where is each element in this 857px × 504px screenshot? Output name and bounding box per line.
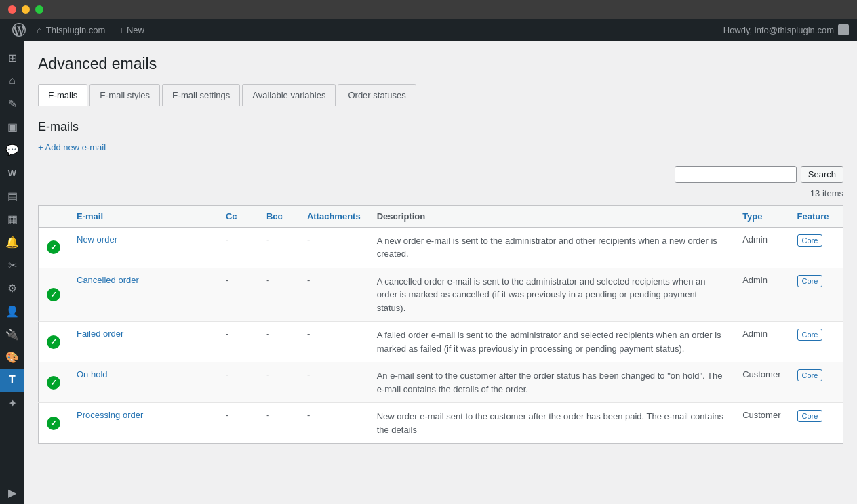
sidebar-item-collapse[interactable]: ▶ — [0, 481, 24, 504]
bcc-cell: - — [258, 227, 299, 268]
email-name-cell[interactable]: Failed order — [68, 322, 218, 362]
close-button[interactable] — [8, 5, 16, 14]
sidebar-item-woocommerce[interactable]: W — [0, 161, 24, 184]
sidebar-item-dashboard[interactable]: ⌂ — [0, 69, 24, 92]
type-cell: Admin — [734, 322, 789, 362]
sidebar-item-appearance[interactable]: 🎨 — [0, 345, 24, 369]
dashboard-icon: ⌂ — [9, 75, 16, 87]
settings-icon: ⚙ — [7, 282, 17, 295]
table-row: Cancelled order---A cancelled order e-ma… — [39, 268, 843, 322]
admin-bar-right: Howdy, info@thisplugin.com — [723, 24, 849, 35]
core-badge: Core — [797, 275, 823, 287]
description-cell: A new order e-mail is sent to the admini… — [369, 227, 735, 268]
table-row: Failed order---A failed order e-mail is … — [39, 322, 843, 362]
email-name-link[interactable]: Processing order — [77, 410, 143, 420]
email-name-link[interactable]: Failed order — [77, 329, 123, 339]
col-attachments[interactable]: Attachments — [299, 205, 369, 227]
feature-cell: Core — [789, 403, 843, 444]
sidebar-item-notifications[interactable]: 🔔 — [0, 230, 24, 253]
status-cell — [39, 362, 69, 403]
attachments-cell: - — [299, 403, 369, 444]
col-description: Description — [369, 205, 735, 227]
col-bcc[interactable]: Bcc — [258, 205, 299, 227]
email-name-cell[interactable]: New order — [68, 227, 218, 268]
attachments-cell: - — [299, 322, 369, 362]
wp-logo[interactable] — [8, 19, 30, 41]
extra-icon: ✦ — [8, 397, 17, 410]
sidebar: ⊞ ⌂ ✎ ▣ 💬 W ▤ ▦ 🔔 ✂ ⚙ 👤 🔌 🎨 T ✦ ▶ — [0, 41, 24, 504]
core-badge: Core — [797, 234, 823, 247]
search-bar: Search — [38, 166, 843, 183]
cc-cell: - — [218, 362, 258, 403]
wp-icon: ⊞ — [8, 51, 17, 64]
sidebar-item-users[interactable]: 👤 — [0, 299, 24, 322]
email-name-link[interactable]: Cancelled order — [77, 275, 139, 285]
status-active-icon — [47, 417, 60, 430]
status-cell — [39, 227, 69, 268]
tab-order-statuses[interactable]: Order statuses — [338, 84, 416, 106]
sidebar-item-advanced-emails[interactable]: T — [0, 369, 24, 392]
admin-bar: ⌂ Thisplugin.com + New Howdy, info@thisp… — [0, 19, 857, 41]
sidebar-item-analytics[interactable]: ▦ — [0, 207, 24, 230]
status-cell — [39, 268, 69, 322]
col-email[interactable]: E-mail — [68, 205, 218, 227]
attachments-cell: - — [299, 227, 369, 268]
site-name[interactable]: ⌂ Thisplugin.com — [30, 25, 112, 35]
items-count: 13 items — [38, 188, 843, 198]
add-new-email-link[interactable]: + Add new e-mail — [38, 142, 106, 152]
comments-icon: 💬 — [5, 144, 19, 156]
new-content[interactable]: + New — [112, 25, 151, 35]
sidebar-item-wp[interactable]: ⊞ — [0, 46, 24, 69]
sidebar-item-tools[interactable]: ✂ — [0, 253, 24, 276]
table-row: New order---A new order e-mail is sent t… — [39, 227, 843, 268]
window-chrome — [0, 0, 857, 19]
email-name-cell[interactable]: Cancelled order — [68, 268, 218, 322]
description-cell: A failed order e-mail is sent to the adm… — [369, 322, 735, 362]
core-badge: Core — [797, 329, 823, 341]
col-feature[interactable]: Feature — [789, 205, 843, 227]
status-active-icon — [47, 376, 60, 390]
tab-available-variables[interactable]: Available variables — [242, 84, 336, 106]
sidebar-item-posts[interactable]: ✎ — [0, 92, 24, 115]
appearance-icon: 🎨 — [5, 351, 19, 364]
email-name-link[interactable]: On hold — [77, 369, 108, 379]
search-button[interactable]: Search — [801, 166, 843, 183]
tab-email-settings[interactable]: E-mail settings — [162, 84, 240, 106]
sidebar-item-comments[interactable]: 💬 — [0, 138, 24, 161]
bcc-cell: - — [258, 403, 299, 444]
tab-emails[interactable]: E-mails — [38, 84, 87, 106]
sidebar-item-pages[interactable]: ▤ — [0, 184, 24, 207]
type-cell: Admin — [734, 268, 789, 322]
bcc-cell: - — [258, 322, 299, 362]
col-type[interactable]: Type — [734, 205, 789, 227]
bcc-cell: - — [258, 362, 299, 403]
users-icon: 👤 — [5, 305, 19, 318]
feature-cell: Core — [789, 362, 843, 403]
maximize-button[interactable] — [35, 5, 43, 14]
description-cell: An e-mail sent to the customer after the… — [369, 362, 735, 403]
col-cc[interactable]: Cc — [218, 205, 258, 227]
email-name-cell[interactable]: Processing order — [68, 403, 218, 444]
sidebar-item-extra[interactable]: ✦ — [0, 392, 24, 415]
status-active-icon — [47, 240, 60, 254]
sidebar-item-media[interactable]: ▣ — [0, 115, 24, 138]
cc-cell: - — [218, 268, 258, 322]
core-badge: Core — [797, 369, 823, 381]
email-name-link[interactable]: New order — [77, 234, 117, 245]
advanced-emails-icon: T — [9, 374, 16, 386]
feature-cell: Core — [789, 268, 843, 322]
avatar — [838, 24, 849, 35]
status-active-icon — [47, 335, 60, 349]
sidebar-item-plugins[interactable]: 🔌 — [0, 322, 24, 345]
email-name-cell[interactable]: On hold — [68, 362, 218, 403]
col-status — [39, 205, 69, 227]
posts-icon: ✎ — [8, 98, 17, 110]
sidebar-item-settings[interactable]: ⚙ — [0, 276, 24, 299]
table-row: On hold---An e-mail sent to the customer… — [39, 362, 843, 403]
email-table: E-mail Cc Bcc Attachments Description Ty… — [38, 205, 843, 444]
tab-email-styles[interactable]: E-mail styles — [89, 84, 160, 106]
main-content: Advanced emails E-mails E-mail styles E-… — [24, 41, 857, 504]
search-input[interactable] — [675, 166, 797, 183]
table-row: Processing order---New order e-mail sent… — [39, 403, 843, 444]
minimize-button[interactable] — [22, 5, 30, 14]
